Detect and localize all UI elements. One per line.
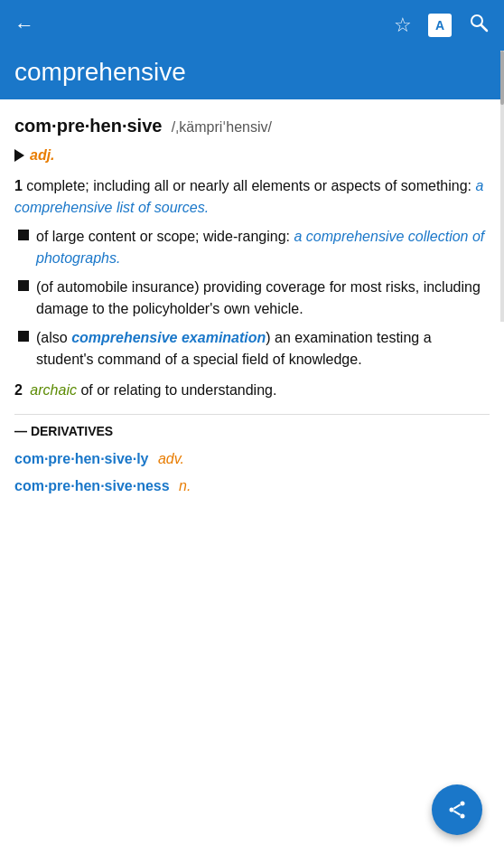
share-fab[interactable] (432, 784, 482, 835)
section-divider (14, 414, 490, 415)
deriv-word-2[interactable]: com·pre·hen·sive·ness (14, 478, 170, 493)
definition-2: 2 archaic of or relating to understandin… (14, 380, 490, 401)
triangle-icon (14, 149, 24, 162)
word-entry: com·pre·hen·sive /ˌkämpriˈhensiv/ (14, 112, 490, 139)
deriv-pos-2: n. (179, 478, 191, 493)
sub-def-text-2: (of automobile insurance) providing cove… (36, 277, 490, 320)
definition-1: 1 complete; including all or nearly all … (14, 175, 490, 371)
deriv-word-1[interactable]: com·pre·hen·sive·ly (14, 451, 149, 466)
app-header: ← ☆ A (0, 0, 504, 51)
pos-line: adj. (14, 145, 490, 166)
page-title: comprehensive (14, 58, 490, 87)
bullet-1 (18, 230, 29, 240)
search-button[interactable] (468, 12, 490, 39)
word-pronunciation: /ˌkämpriˈhensiv/ (172, 119, 272, 135)
bullet-3 (18, 331, 29, 342)
sub-def-2: (of automobile insurance) providing cove… (18, 277, 490, 320)
scrollbar-thumb[interactable] (500, 51, 504, 105)
sub-def-3: (also comprehensive examination) an exam… (18, 327, 490, 371)
scrollbar-track[interactable] (500, 51, 504, 322)
content-area: com·pre·hen·sive /ˌkämpriˈhensiv/ adj. 1… (0, 99, 504, 575)
sub-def-text-1: of large content or scope; wide-ranging:… (36, 226, 490, 269)
def-number-1: 1 (14, 178, 23, 193)
svg-point-2 (461, 802, 465, 806)
sub-def-link-3[interactable]: comprehensive examination (71, 330, 266, 345)
star-button[interactable]: ☆ (394, 14, 412, 37)
svg-line-6 (454, 811, 461, 814)
sub-def-text-3: (also comprehensive examination) an exam… (36, 327, 490, 371)
def-number-2: 2 (14, 380, 23, 401)
word-syllabified: com·pre·hen·sive (14, 116, 162, 136)
font-button[interactable]: A (428, 14, 452, 37)
def-main-text-1: complete; including all or nearly all el… (26, 178, 475, 193)
svg-point-3 (450, 808, 454, 812)
title-bar: comprehensive (0, 51, 504, 99)
sub-def-link-1[interactable]: a comprehensive collection of photograph… (36, 229, 484, 266)
header-actions: ☆ A (394, 12, 490, 39)
back-button[interactable]: ← (14, 14, 34, 37)
derivative-1: com·pre·hen·sive·ly adv. (14, 448, 490, 470)
deriv-pos-1: adv. (158, 451, 184, 466)
archaic-label: archaic (30, 382, 77, 398)
svg-line-5 (454, 804, 461, 808)
header-left: ← (14, 14, 34, 37)
part-of-speech: adj. (30, 145, 55, 166)
share-icon (446, 799, 468, 821)
svg-line-1 (481, 25, 488, 32)
derivatives-label: — DERIVATIVES (14, 422, 490, 441)
sub-def-1: of large content or scope; wide-ranging:… (18, 226, 490, 269)
def-text-2: archaic of or relating to understanding. (26, 380, 277, 401)
bullet-2 (18, 280, 29, 291)
svg-point-4 (461, 814, 465, 819)
derivative-2: com·pre·hen·sive·ness n. (14, 475, 490, 497)
